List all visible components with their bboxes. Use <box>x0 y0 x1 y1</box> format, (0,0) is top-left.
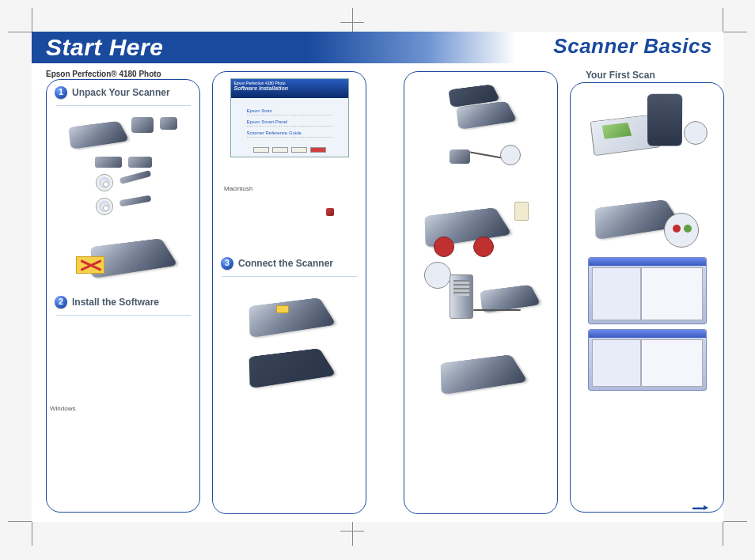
scan-settings-window <box>588 329 707 391</box>
usb-cable-icon <box>119 170 151 184</box>
unlock-scanner-illustration <box>238 288 341 335</box>
installer-header: Epson Perfection 4180 Photo Software Ins… <box>231 79 348 98</box>
scan-button-callout <box>664 213 699 248</box>
scanner-lid-open-icon <box>647 94 681 146</box>
power-cable-illustration <box>426 142 537 189</box>
macintosh-label: Macintosh <box>224 185 252 192</box>
place-document-illustration <box>584 94 711 181</box>
step-2-number: 2 <box>55 296 67 308</box>
column-3 <box>404 71 558 514</box>
step-2-header: 2 Install the Software <box>47 289 199 310</box>
connect-computer-illustration <box>418 262 544 333</box>
column-1: 1 Unpack Your Scanner <box>46 79 200 513</box>
power-adapter-icon <box>131 117 154 133</box>
step-3-header: 3 Connect the Scanner <box>213 251 366 271</box>
unpack-items <box>55 114 192 153</box>
usb-callout <box>424 262 451 289</box>
smart-panel-window <box>588 257 707 324</box>
step-3-title: Connect the Scanner <box>238 258 333 269</box>
attach-lid-illustration <box>426 81 537 137</box>
cd-2-icon <box>96 198 113 215</box>
tape-remove-x-icon <box>76 256 104 274</box>
setup-poster: Start Here Scanner Basics Epson Perfecti… <box>32 32 723 522</box>
power-brick-icon <box>160 117 177 130</box>
column-4 <box>570 82 724 513</box>
scanner-ready-illustration <box>426 341 537 396</box>
press-button-illustration <box>588 187 707 251</box>
lock-switch-icon <box>276 305 289 313</box>
step-2-title: Install the Software <box>72 297 159 308</box>
product-name: Epson Perfection® 4180 Photo <box>46 70 161 78</box>
step-3-number: 3 <box>221 257 233 270</box>
plug-power-illustration <box>418 194 544 257</box>
title-scanner-basics: Scanner Basics <box>553 34 712 59</box>
first-scan-heading: Your First Scan <box>586 70 655 81</box>
step-1-header: 1 Unpack Your Scanner <box>47 80 199 100</box>
computer-tower-icon <box>450 274 473 319</box>
cable-connector-callout <box>500 145 521 165</box>
step-1-title: Unpack Your Scanner <box>72 87 170 98</box>
film-holder-icon <box>95 157 122 168</box>
step-1-number: 1 <box>55 86 67 99</box>
cable-2-icon <box>119 195 151 207</box>
film-holder-2-icon <box>128 157 152 168</box>
scanner-icon <box>68 121 129 149</box>
column-2: Epson Perfection 4180 Photo Software Ins… <box>212 71 366 514</box>
remove-tape-illustration <box>76 225 171 280</box>
continue-arrow-icon: ▬▬▶ <box>692 504 708 511</box>
scanner-back-illustration <box>238 339 341 386</box>
cd-icon <box>96 174 113 191</box>
title-start-here: Start Here <box>32 32 427 63</box>
corner-align-callout <box>684 121 708 145</box>
outlet-icon <box>514 202 529 221</box>
windows-label: Windows <box>50 405 75 412</box>
connection-callout-2 <box>473 236 494 257</box>
installer-window: Epson Perfection 4180 Photo Software Ins… <box>230 78 349 157</box>
connection-callout-1 <box>434 236 454 257</box>
installer-links: Epson Scan Epson Smart Panel Scanner Ref… <box>231 98 348 148</box>
title-bar: Start Here Scanner Basics <box>32 32 723 63</box>
mac-install-icon <box>326 208 334 216</box>
